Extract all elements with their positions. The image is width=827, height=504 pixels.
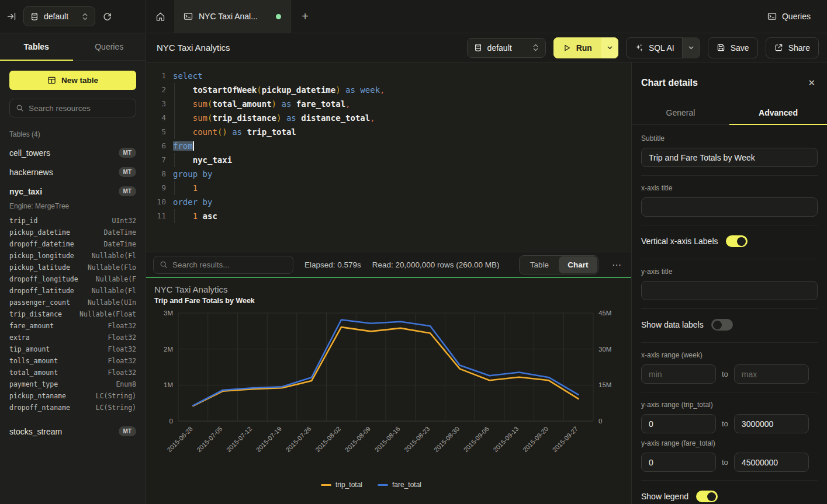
table-item-stocks_stream[interactable]: stocks_streamMT <box>0 422 146 441</box>
table-name: stocks_stream <box>9 427 62 436</box>
chart-details-panel: Chart details ✕ General Advanced Subtitl… <box>631 62 827 504</box>
chart-legend: trip_totalfare_total <box>146 481 596 489</box>
right-axis-tick: 15M <box>598 381 611 388</box>
x-axis-range-label: x-axis range (week) <box>641 351 818 359</box>
editor-line-2: 2 toStartOfWeek(pickup_datetime) as week… <box>146 83 631 97</box>
column-type: LC(String) <box>96 402 136 413</box>
column-row: pickup_longitudeNullable(Fl <box>0 250 146 262</box>
chevron-updown-icon <box>82 13 88 20</box>
column-name: tolls_amount <box>9 355 58 367</box>
view-toggle-chart[interactable]: Chart <box>559 256 597 273</box>
search-icon <box>16 104 24 112</box>
terminal-icon <box>184 12 193 21</box>
y-range-trip-min-input[interactable] <box>641 414 716 433</box>
field-x-axis-range: x-axis range (week) to <box>641 343 818 392</box>
legend-item-fare_total[interactable]: fare_total <box>378 481 421 489</box>
sql-editor[interactable]: 1select2 toStartOfWeek(pickup_datetime) … <box>146 62 631 252</box>
engine-badge: MT <box>119 148 136 158</box>
x-axis-label: 2015-09-27 <box>551 425 579 453</box>
toolbar-database-selector[interactable]: default <box>467 38 546 58</box>
new-table-button[interactable]: New table <box>9 71 136 90</box>
x-axis-label: 2015-07-12 <box>225 425 253 453</box>
share-button[interactable]: Share <box>766 37 819 58</box>
column-type: Nullable(F <box>96 273 136 285</box>
line-number: 6 <box>146 139 166 153</box>
editor-line-9: 9 1 <box>146 181 631 195</box>
column-name: dropoff_longitude <box>9 273 78 285</box>
queries-menu-button[interactable]: Queries <box>767 0 827 33</box>
sidebar-tab-queries[interactable]: Queries <box>73 33 146 60</box>
more-options-button[interactable]: ⋯ <box>610 259 624 270</box>
x-range-max-input[interactable] <box>734 364 809 384</box>
x-axis-title-input[interactable] <box>641 197 818 217</box>
column-row: trip_idUInt32 <box>0 215 146 227</box>
database-selector[interactable]: default <box>23 6 95 26</box>
column-name: extra <box>9 332 30 343</box>
close-icon[interactable]: ✕ <box>808 78 815 88</box>
tab-advanced[interactable]: Advanced <box>729 101 827 124</box>
tab-general[interactable]: General <box>632 101 729 124</box>
column-type: Float32 <box>108 332 136 343</box>
results-chart-panel: 001M15M2M30M3M45M2015-06-282015-07-05201… <box>146 278 631 504</box>
x-axis-label: 2015-08-30 <box>432 425 461 453</box>
collapse-sidebar-icon[interactable] <box>7 12 16 21</box>
table-name: nyc_taxi <box>9 187 42 196</box>
results-bar: Elapsed: 0.579s Read: 20,000,000 rows (2… <box>146 252 631 278</box>
query-tab[interactable]: NYC Taxi Anal... <box>174 0 291 33</box>
view-toggle-table[interactable]: Table <box>520 256 559 273</box>
sql-ai-options-caret[interactable] <box>682 37 700 58</box>
run-button[interactable]: Run <box>553 37 618 58</box>
database-selector-value: default <box>44 12 68 21</box>
left-axis-tick: 1M <box>164 381 173 388</box>
line-number: 1 <box>146 69 166 83</box>
field-y-axis-title: y-axis title <box>641 259 818 309</box>
refresh-icon[interactable] <box>102 12 112 22</box>
table-item-hackernews[interactable]: hackernewsMT <box>0 162 146 182</box>
top-bar: default NYC Taxi Anal... + Queries <box>0 0 827 33</box>
home-tab[interactable] <box>146 0 174 33</box>
column-row: pickup_ntanameLC(String) <box>0 390 146 402</box>
column-row: fare_amountFloat32 <box>0 320 146 332</box>
editor-line-7: 7 nyc_taxi <box>146 153 631 167</box>
vertical-x-labels-toggle[interactable] <box>726 235 748 247</box>
run-options-caret[interactable] <box>601 37 618 58</box>
y-range-fare-max-input[interactable] <box>734 453 809 472</box>
x-axis-label: 2015-09-06 <box>462 425 490 453</box>
save-button[interactable]: Save <box>708 37 758 58</box>
column-type: DateTime <box>104 227 136 238</box>
column-name: pickup_latitude <box>9 262 70 273</box>
sidebar-tab-tables[interactable]: Tables <box>0 33 73 60</box>
database-icon <box>474 43 482 52</box>
field-x-axis-title: x-axis title <box>641 176 818 225</box>
x-range-min-input[interactable] <box>641 364 716 384</box>
y-range-fare-label: y-axis range (fare_total) <box>641 439 818 447</box>
legend-item-trip_total[interactable]: trip_total <box>321 481 362 489</box>
code-text: order by <box>166 195 212 209</box>
table-item-cell_towers[interactable]: cell_towersMT <box>0 143 146 162</box>
to-label: to <box>722 458 728 467</box>
code-text: select <box>166 69 203 83</box>
search-results-input[interactable] <box>172 260 287 269</box>
sql-ai-button[interactable]: SQL AI <box>626 37 700 58</box>
new-tab-button[interactable]: + <box>291 0 319 33</box>
column-row: tolls_amountFloat32 <box>0 355 146 367</box>
query-title: NYC Taxi Analytics <box>157 43 230 53</box>
line-number: 2 <box>146 83 166 97</box>
database-icon <box>30 12 39 21</box>
query-tab-title: NYC Taxi Anal... <box>199 12 258 21</box>
column-type: Nullable(Fl <box>92 285 136 297</box>
column-row: passenger_countNullable(UIn <box>0 297 146 308</box>
table-item-nyc_taxi[interactable]: nyc_taxiMT <box>0 182 146 201</box>
results-chart: 001M15M2M30M3M45M2015-06-282015-07-05201… <box>146 278 631 504</box>
show-legend-toggle[interactable] <box>696 491 718 502</box>
subtitle-label: Subtitle <box>641 134 818 142</box>
y-range-fare-min-input[interactable] <box>641 453 716 472</box>
show-data-labels-toggle[interactable] <box>711 319 733 331</box>
y-range-trip-max-input[interactable] <box>734 414 809 433</box>
subtitle-input[interactable] <box>641 148 818 167</box>
y-axis-title-input[interactable] <box>641 281 818 300</box>
editor-line-11: 11 1 asc <box>146 209 631 223</box>
chevron-updown-icon <box>532 44 539 51</box>
legend-label: trip_total <box>335 481 362 489</box>
search-resources-input[interactable] <box>29 104 130 113</box>
